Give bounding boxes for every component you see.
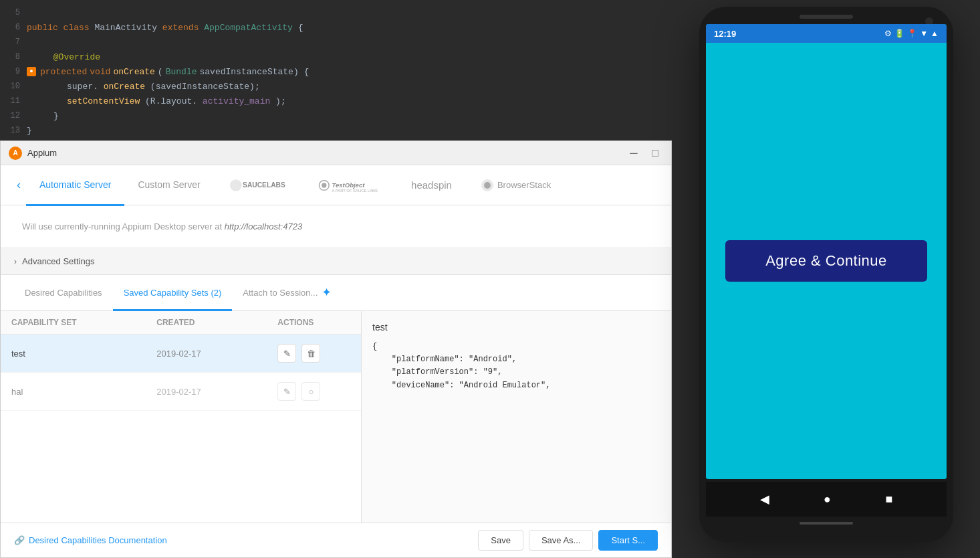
save-as-button[interactable]: Save As... xyxy=(529,530,594,551)
code-line-9: 9 ● protected void onCreate ( Bundle sav… xyxy=(0,64,672,79)
advanced-settings-row[interactable]: › Advanced Settings xyxy=(1,248,671,275)
status-icons: ⚙ 🔋 📍 ▼ ▲ xyxy=(884,29,939,38)
code-line-7: 7 xyxy=(0,35,672,50)
code-line-6: 6 public class MainActivity extends AppC… xyxy=(0,20,672,35)
phone-device: 12:19 ⚙ 🔋 📍 ▼ ▲ Agree & Continue ◀ ● ■ xyxy=(699,7,953,542)
table-row[interactable]: test 2019-02-17 ✎ 🗑 xyxy=(1,335,361,373)
settings-icon: ⚙ xyxy=(884,29,892,38)
row-actions-test: ✎ 🗑 xyxy=(277,344,350,363)
delete-hal-button[interactable]: ○ xyxy=(301,382,320,401)
svg-point-0 xyxy=(230,179,242,191)
tab-attach-to-session[interactable]: Attach to Session... ✦ xyxy=(232,276,342,311)
server-description-area: Will use currently-running Appium Deskto… xyxy=(1,205,671,248)
svg-point-3 xyxy=(322,183,326,187)
row-name-test: test xyxy=(11,349,156,359)
capability-table: Capability Set Created Actions test 2019… xyxy=(1,311,362,523)
edit-hal-button[interactable]: ✎ xyxy=(277,382,296,401)
svg-point-7 xyxy=(484,182,491,189)
link-icon: 🔗 xyxy=(14,535,25,545)
json-preview-panel: test { "platformName": "Android", "platf… xyxy=(362,311,671,523)
header-actions: Actions xyxy=(277,318,350,327)
header-created: Created xyxy=(156,318,277,327)
phone-speaker xyxy=(800,15,853,19)
signal-icon: ▲ xyxy=(931,29,939,38)
delete-test-button[interactable]: 🗑 xyxy=(301,344,320,363)
phone-nav-bar: ◀ ● ■ xyxy=(706,482,947,517)
tab-desired-capabilities[interactable]: Desired Capabilities xyxy=(14,276,113,311)
row-name-hal: hal xyxy=(11,387,156,397)
server-tabs: ‹ Automatic Server Custom Server SAUCELA… xyxy=(1,165,671,205)
svg-text:A PART OF SAUCE LABS: A PART OF SAUCE LABS xyxy=(332,188,377,192)
json-preview-title: test xyxy=(372,322,660,333)
header-capability-set: Capability Set xyxy=(11,318,156,327)
tab-custom-server[interactable]: Custom Server xyxy=(124,166,213,206)
window-controls: ─ □ xyxy=(626,145,663,161)
code-line-8: 8 @Override xyxy=(0,50,672,64)
row-created-test: 2019-02-17 xyxy=(156,349,277,359)
wifi-icon: ▼ xyxy=(920,29,928,38)
appium-logo-icon: A xyxy=(9,147,22,160)
phone-container: 12:19 ⚙ 🔋 📍 ▼ ▲ Agree & Continue ◀ ● ■ xyxy=(699,7,967,549)
code-editor: 5 6 public class MainActivity extends Ap… xyxy=(0,0,672,141)
svg-text:SAUCELABS: SAUCELABS xyxy=(243,181,285,188)
server-description-text: Will use currently-running Appium Deskto… xyxy=(22,221,650,231)
doc-link[interactable]: 🔗 Desired Capabilities Documentation xyxy=(14,535,167,545)
row-created-hal: 2019-02-17 xyxy=(156,387,277,397)
phone-bottom-bar xyxy=(800,522,853,525)
tab-saved-capability-sets[interactable]: Saved Capability Sets (2) xyxy=(113,276,233,311)
code-line-13: 13 } xyxy=(0,123,672,138)
svg-text:TestObject: TestObject xyxy=(332,181,365,188)
phone-content: Agree & Continue xyxy=(706,43,947,479)
tab-browser-stack[interactable]: BrowserStack xyxy=(468,165,564,205)
tab-test-object[interactable]: TestObject A PART OF SAUCE LABS xyxy=(305,165,395,205)
chevron-right-icon: › xyxy=(14,257,17,266)
tab-sauce-labs[interactable]: SAUCELABS xyxy=(214,165,305,205)
phone-screen: 12:19 ⚙ 🔋 📍 ▼ ▲ Agree & Continue xyxy=(706,24,947,479)
tab-nav-left-icon[interactable]: ‹ xyxy=(11,175,26,195)
row-actions-hal: ✎ ○ xyxy=(277,382,350,401)
appium-titlebar: A Appium ─ □ xyxy=(1,141,671,165)
battery-icon: 🔋 xyxy=(894,29,904,38)
appium-window-title: Appium xyxy=(27,148,57,158)
phone-status-bar: 12:19 ⚙ 🔋 📍 ▼ ▲ xyxy=(706,24,947,43)
agree-continue-button[interactable]: Agree & Continue xyxy=(725,240,927,282)
code-line-12: 12 } xyxy=(0,108,672,123)
recents-nav-icon[interactable]: ■ xyxy=(885,492,892,506)
capability-tabs: Desired Capabilities Saved Capability Se… xyxy=(1,275,671,311)
code-line-10: 10 super. onCreate (savedInstanceState); xyxy=(0,79,672,94)
start-session-button[interactable]: Start S... xyxy=(598,530,658,551)
maximize-button[interactable]: □ xyxy=(647,145,663,161)
location-icon: 📍 xyxy=(907,29,917,38)
home-nav-icon[interactable]: ● xyxy=(824,492,831,506)
tab-headspin[interactable]: headspin xyxy=(395,165,468,205)
table-header-row: Capability Set Created Actions xyxy=(1,311,361,335)
minimize-button[interactable]: ─ xyxy=(626,145,642,161)
capability-content: Capability Set Created Actions test 2019… xyxy=(1,311,671,523)
appium-window: A Appium ─ □ ‹ Automatic Server Custom S… xyxy=(0,141,672,558)
edit-test-button[interactable]: ✎ xyxy=(277,344,296,363)
code-line-5: 5 xyxy=(0,5,672,20)
bottom-buttons: Save Save As... Start S... xyxy=(478,530,658,551)
tab-automatic-server[interactable]: Automatic Server xyxy=(26,166,124,206)
status-time: 12:19 xyxy=(714,29,736,39)
bottom-bar: 🔗 Desired Capabilities Documentation Sav… xyxy=(1,523,671,557)
table-row[interactable]: hal 2019-02-17 ✎ ○ xyxy=(1,373,361,411)
appium-title-area: A Appium xyxy=(9,147,57,160)
back-nav-icon[interactable]: ◀ xyxy=(760,492,769,506)
save-button[interactable]: Save xyxy=(478,530,523,551)
json-preview-content: { "platformName": "Android", "platformVe… xyxy=(372,341,660,392)
code-line-11: 11 setContentView (R.layout. activity_ma… xyxy=(0,94,672,108)
